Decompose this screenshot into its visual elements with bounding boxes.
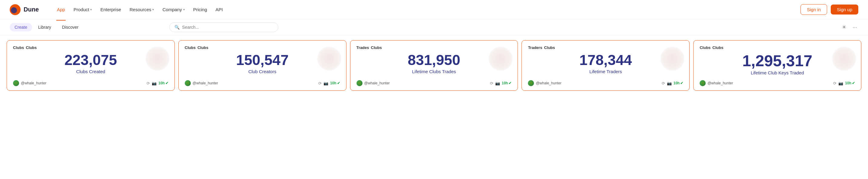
avatar: 🌿 (700, 80, 706, 86)
nav-item-pricing[interactable]: Pricing (190, 4, 211, 14)
card-tag1: Clubs (13, 45, 24, 50)
card-header: Traders Clubs (528, 45, 683, 50)
card-label: Lifetime Clubs Trades (356, 69, 512, 74)
card-tag2: Clubs (371, 45, 382, 50)
card-footer: 🌿 @whale_hunter ⟳ 📷 10h ✔ (13, 78, 168, 86)
refresh-icon[interactable]: ⟳ (490, 81, 493, 85)
time-value: 10h (674, 81, 680, 85)
card-label: Club Creators (185, 69, 340, 74)
time-badge: 10h ✔ (158, 81, 168, 85)
time-badge: 10h ✔ (502, 81, 512, 85)
avatar: 🌿 (185, 80, 191, 86)
subnav-right-icons: ☀ ··· (840, 23, 858, 32)
cards-container: Clubs Clubs 223,075 Clubs Created 🌿 @wha… (0, 35, 868, 96)
check-icon: ✔ (852, 81, 855, 85)
footer-username: @whale_hunter (708, 81, 733, 85)
card-header: Clubs Clubs (13, 45, 168, 50)
refresh-icon[interactable]: ⟳ (318, 81, 322, 85)
card-footer: 🌿 @whale_hunter ⟳ 📷 10h ✔ (700, 78, 855, 86)
card-number: 178,344 (528, 52, 683, 68)
card-tag1: Clubs (185, 45, 196, 50)
nav-item-company[interactable]: Company ▾ (159, 4, 188, 14)
logo-text: Dune (24, 6, 39, 13)
card-watermark (489, 46, 513, 71)
signup-button[interactable]: Sign up (831, 4, 858, 14)
stat-card[interactable]: Clubs Clubs 223,075 Clubs Created 🌿 @wha… (7, 40, 175, 91)
time-value: 10h (330, 81, 337, 85)
footer-username: @whale_hunter (21, 81, 46, 85)
more-options-button[interactable]: ··· (851, 23, 858, 32)
nav-item-enterprise[interactable]: Enterprise (97, 4, 124, 14)
navbar: Dune App Product ▾ Enterprise Resources … (0, 0, 868, 20)
card-tag1: Clubs (700, 45, 711, 50)
card-number: 223,075 (13, 52, 168, 68)
time-value: 10h (502, 81, 508, 85)
search-input[interactable] (182, 25, 273, 30)
time-badge: 10h ✔ (674, 81, 684, 85)
card-label: Lifetime Traders (528, 69, 683, 74)
card-watermark (660, 46, 684, 71)
card-number: 150,547 (185, 52, 340, 68)
avatar: 🌿 (528, 80, 534, 86)
card-watermark (832, 46, 856, 71)
footer-icons: ⟳ 📷 10h ✔ (833, 81, 855, 85)
refresh-icon[interactable]: ⟳ (833, 81, 837, 85)
card-tag1: Trades (356, 45, 369, 50)
card-header: Clubs Clubs (185, 45, 340, 50)
time-value: 10h (845, 81, 851, 85)
time-value: 10h (158, 81, 165, 85)
card-header: Trades Clubs (356, 45, 512, 50)
footer-username: @whale_hunter (536, 81, 561, 85)
card-watermark (145, 46, 169, 71)
check-icon: ✔ (165, 81, 168, 85)
card-tag2: Clubs (712, 45, 723, 50)
subnav-discover[interactable]: Discover (57, 23, 83, 31)
signin-button[interactable]: Sign in (801, 4, 827, 15)
logo-area[interactable]: Dune (10, 4, 39, 15)
logo-icon (10, 4, 21, 15)
card-tag2: Clubs (26, 45, 37, 50)
footer-icons: ⟳ 📷 10h ✔ (147, 81, 168, 85)
time-badge: 10h ✔ (845, 81, 855, 85)
chevron-down-icon: ▾ (183, 8, 185, 11)
nav-item-api[interactable]: API (212, 4, 226, 14)
avatar: 🌿 (13, 80, 19, 86)
stat-card[interactable]: Clubs Clubs 1,295,317 Lifetime Club Keys… (693, 40, 861, 91)
refresh-icon[interactable]: ⟳ (147, 81, 150, 85)
nav-item-product[interactable]: Product ▾ (70, 4, 96, 14)
footer-icons: ⟳ 📷 10h ✔ (318, 81, 340, 85)
card-tag2: Clubs (544, 45, 555, 50)
camera-icon[interactable]: 📷 (152, 81, 157, 85)
subnav-create[interactable]: Create (10, 23, 32, 31)
search-icon: 🔍 (175, 25, 180, 30)
stat-card[interactable]: Trades Clubs 831,950 Lifetime Clubs Trad… (350, 40, 518, 91)
camera-icon[interactable]: 📷 (838, 81, 843, 85)
time-badge: 10h ✔ (330, 81, 340, 85)
search-bar[interactable]: 🔍 (169, 22, 278, 32)
nav-links: App Product ▾ Enterprise Resources ▾ Com… (53, 4, 801, 14)
card-label: Lifetime Club Keys Traded (700, 70, 855, 75)
footer-icons: ⟳ 📷 10h ✔ (490, 81, 512, 85)
stat-card[interactable]: Clubs Clubs 150,547 Club Creators 🌿 @wha… (178, 40, 346, 91)
card-footer: 🌿 @whale_hunter ⟳ 📷 10h ✔ (356, 78, 512, 86)
card-header: Clubs Clubs (700, 45, 855, 50)
nav-auth: Sign in Sign up (801, 4, 858, 15)
footer-icons: ⟳ 📷 10h ✔ (662, 81, 684, 85)
refresh-icon[interactable]: ⟳ (662, 81, 665, 85)
check-icon: ✔ (680, 81, 683, 85)
subnav-library[interactable]: Library (33, 23, 56, 31)
card-footer: 🌿 @whale_hunter ⟳ 📷 10h ✔ (528, 78, 683, 86)
footer-username: @whale_hunter (193, 81, 218, 85)
card-label: Clubs Created (13, 69, 168, 74)
camera-icon[interactable]: 📷 (495, 81, 500, 85)
nav-item-app[interactable]: App (53, 4, 69, 14)
camera-icon[interactable]: 📷 (323, 81, 328, 85)
chevron-down-icon: ▾ (90, 8, 92, 11)
card-watermark (317, 46, 341, 71)
chevron-down-icon: ▾ (152, 8, 154, 11)
theme-toggle-button[interactable]: ☀ (840, 23, 848, 32)
stat-card[interactable]: Traders Clubs 178,344 Lifetime Traders 🌿… (522, 40, 690, 91)
nav-item-resources[interactable]: Resources ▾ (126, 4, 158, 14)
camera-icon[interactable]: 📷 (667, 81, 672, 85)
svg-point-1 (11, 7, 17, 13)
